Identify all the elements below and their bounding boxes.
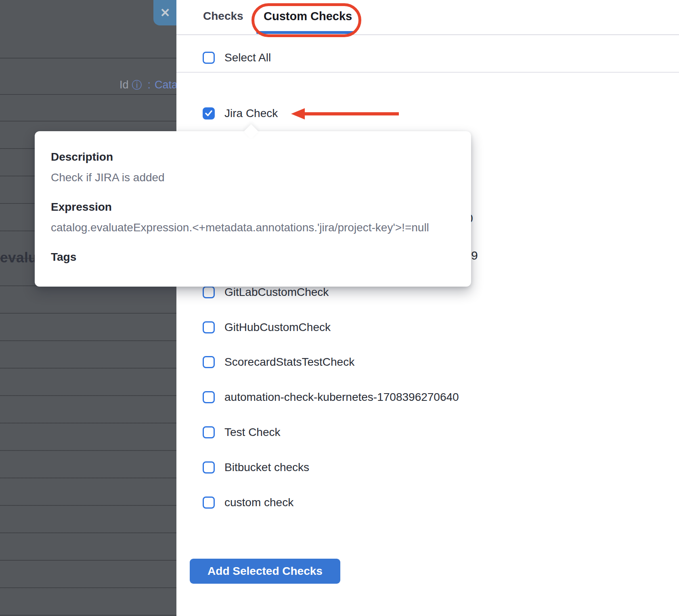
check-item-label: GitHubCustomCheck [224,321,331,334]
check-item-automation-kubernetes[interactable]: automation-check-kubernetes-170839627064… [176,391,459,404]
check-item-label: custom check [224,496,293,509]
check-item-jira[interactable]: Jira Check [176,107,278,120]
tooltip-expression-text: catalog.evaluateExpression.<+metadata.an… [51,221,429,234]
check-item-label: Test Check [224,426,281,439]
check-item-bitbucket[interactable]: Bitbucket checks [176,461,309,474]
checkmark-icon [204,109,214,118]
check-item-label: automation-check-kubernetes-170839627064… [224,391,459,404]
background-table-line [0,58,176,59]
checkbox[interactable] [203,461,215,474]
check-item-gitlab[interactable]: GitLabCustomCheck [176,286,329,299]
screen: Id ⓘ : Cata evaluat ✕ Checks Custom Chec… [0,0,679,616]
checkbox[interactable] [203,356,215,368]
tooltip-tags-heading: Tags [51,251,76,264]
info-icon: ⓘ [132,78,142,92]
jira-checkbox-checked[interactable] [203,107,215,119]
checkbox[interactable] [203,391,215,403]
add-selected-checks-button[interactable]: Add Selected Checks [190,559,340,584]
checks-panel: Checks Custom Checks Select All Jira Che… [176,0,679,616]
close-icon: ✕ [160,7,170,19]
red-arrow-annotation [289,106,399,122]
check-item-label: Jira Check [224,107,278,120]
tabs-divider [176,34,679,35]
select-all-label: Select All [224,51,271,64]
select-all-row[interactable]: Select All [176,51,271,64]
id-column-label: Id [119,79,129,91]
tooltip-expression-heading: Expression [51,201,112,214]
check-item-custom-check[interactable]: custom check [176,496,293,509]
check-item-github[interactable]: GitHubCustomCheck [176,321,331,334]
tooltip-description-heading: Description [51,151,113,163]
checkbox[interactable] [203,497,215,509]
background-table-header: Id ⓘ : Cata [119,78,178,92]
separator: : [148,79,151,91]
check-item-label: GitLabCustomCheck [224,286,329,299]
jira-check-tooltip: Description Check if JIRA is added Expre… [35,131,471,287]
check-item-label: Bitbucket checks [224,461,309,474]
tooltip-description-text: Check if JIRA is added [51,171,165,184]
checkbox[interactable] [203,426,215,438]
checkbox[interactable] [203,286,215,298]
catalog-link-text: Cata [155,79,178,91]
list-divider [176,72,679,73]
red-oval-annotation [251,3,361,37]
check-item-label: ScorecardStatsTestCheck [224,356,354,369]
check-item-test-check[interactable]: Test Check [176,426,281,439]
check-item-scorecardstats[interactable]: ScorecardStatsTestCheck [176,356,354,369]
select-all-checkbox[interactable] [203,52,215,64]
checkbox[interactable] [203,321,215,333]
tab-checks[interactable]: Checks [203,10,243,23]
occluded-item-fragment: 9 [471,249,478,262]
close-button[interactable]: ✕ [153,0,177,25]
